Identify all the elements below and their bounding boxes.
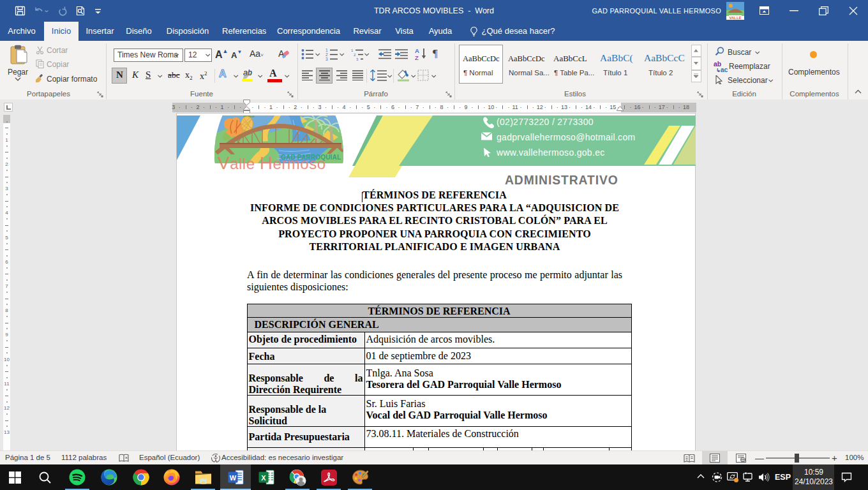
svg-text:X: X	[261, 474, 266, 482]
svg-text:1: 1	[326, 48, 328, 52]
svg-text:2: 2	[354, 53, 356, 57]
svg-text:3: 3	[356, 57, 359, 61]
svg-text:W: W	[230, 474, 237, 482]
svg-text:A: A	[415, 47, 419, 54]
svg-text:1: 1	[351, 48, 354, 52]
svg-text:2: 2	[326, 52, 328, 57]
svg-text:3: 3	[326, 57, 328, 61]
svg-text:VALLE: VALLE	[729, 16, 741, 20]
svg-text:Z: Z	[415, 54, 419, 61]
